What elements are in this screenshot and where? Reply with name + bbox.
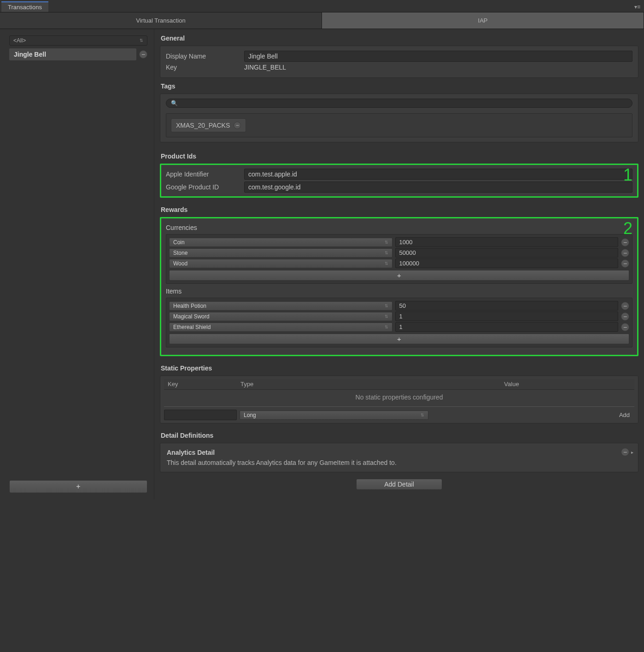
item-amount-input[interactable] [395, 322, 619, 332]
sidebar-filter-value: <All> [13, 37, 26, 44]
main-tabs: Virtual Transaction IAP [0, 12, 644, 29]
key-value: JINGLE_BELL [244, 64, 286, 71]
currency-amount-input[interactable] [395, 248, 619, 258]
add-item-button[interactable]: + [169, 334, 629, 344]
remove-item-button[interactable]: − [621, 323, 629, 331]
search-icon: 🔍 [171, 100, 178, 106]
rewards-highlight: 2 Currencies Coin⇅ − Stone⇅ − Wood⇅ [160, 217, 638, 356]
tab-virtual-transaction[interactable]: Virtual Transaction [0, 12, 322, 29]
highlight-number-1: 1 [623, 167, 632, 183]
remove-item-button[interactable]: − [621, 312, 629, 321]
static-properties-panel: Key Type Value No static properties conf… [160, 376, 638, 423]
currency-amount-input[interactable] [395, 258, 619, 268]
currency-select[interactable]: Stone⇅ [169, 248, 392, 258]
remove-sidebar-item-button[interactable]: − [139, 50, 147, 59]
sidebar-item-row: Jingle Bell − [9, 48, 147, 60]
general-heading: General [160, 33, 638, 43]
content-area: <All> ⇅ Jingle Bell − + General [0, 29, 644, 499]
product-ids-highlight: 1 Apple Identifier Google Product ID [160, 164, 638, 198]
detail-menu-icon[interactable]: ▸ [631, 450, 633, 455]
remove-currency-button[interactable]: − [621, 259, 629, 268]
remove-item-button[interactable]: − [621, 302, 629, 310]
sidebar: <All> ⇅ Jingle Bell − + [0, 29, 154, 499]
display-name-input[interactable] [244, 51, 632, 62]
google-id-input[interactable] [244, 182, 632, 193]
static-col-value: Value [392, 381, 631, 388]
title-bar: Transactions ▾≡ [0, 1, 644, 12]
chevron-updown-icon: ⇅ [385, 314, 388, 319]
item-select[interactable]: Health Potion⇅ [169, 301, 392, 311]
static-type-select[interactable]: Long ⇅ [240, 411, 428, 420]
analytics-detail-title: Analytics Detail [167, 449, 632, 456]
detail-definitions-heading: Detail Definitions [160, 430, 638, 440]
remove-currency-button[interactable]: − [621, 249, 629, 257]
add-static-property-button[interactable]: Add [615, 410, 634, 420]
rewards-heading: Rewards [160, 204, 638, 214]
currency-row: Coin⇅ − [169, 237, 629, 247]
sidebar-filter-select[interactable]: <All> ⇅ [9, 35, 147, 46]
remove-currency-button[interactable]: − [621, 238, 629, 247]
item-row: Health Potion⇅ − [169, 301, 629, 311]
chevron-updown-icon: ⇅ [385, 240, 388, 245]
static-col-type: Type [240, 381, 392, 388]
chevron-updown-icon: ⇅ [140, 38, 143, 43]
detail-definition-panel: − ▸ Analytics Detail This detail automat… [160, 443, 638, 472]
general-panel: Display Name Key JINGLE_BELL [160, 46, 638, 78]
analytics-detail-desc: This detail automatically tracks Analyti… [167, 459, 632, 466]
currency-select[interactable]: Coin⇅ [169, 238, 392, 247]
window-menu-icon[interactable]: ▾≡ [634, 4, 644, 10]
transactions-window: Transactions ▾≡ Virtual Transaction IAP … [0, 0, 644, 499]
add-detail-button[interactable]: Add Detail [356, 479, 442, 490]
static-properties-heading: Static Properties [160, 363, 638, 373]
currencies-heading: Currencies [166, 224, 632, 231]
details-panel: General Display Name Key JINGLE_BELL Tag… [154, 29, 644, 499]
items-list: Health Potion⇅ − Magical Sword⇅ − Ethere… [166, 298, 632, 347]
currencies-list: Coin⇅ − Stone⇅ − Wood⇅ − + [166, 234, 632, 284]
sidebar-item-jingle-bell[interactable]: Jingle Bell [9, 48, 136, 60]
apple-id-input[interactable] [244, 169, 632, 180]
chevron-updown-icon: ⇅ [385, 304, 388, 308]
static-properties-empty: No static properties configured [164, 390, 634, 405]
chevron-updown-icon: ⇅ [421, 413, 424, 417]
items-heading: Items [166, 288, 632, 295]
currency-row: Stone⇅ − [169, 248, 629, 258]
item-select[interactable]: Ethereal Shield⇅ [169, 323, 392, 332]
tags-heading: Tags [160, 81, 638, 91]
window-title-tab[interactable]: Transactions [1, 1, 48, 12]
chevron-updown-icon: ⇅ [385, 251, 388, 255]
remove-tag-button[interactable]: − [234, 122, 241, 129]
static-properties-header: Key Type Value [164, 379, 634, 390]
static-key-input[interactable] [164, 410, 237, 420]
currency-select[interactable]: Wood⇅ [169, 259, 392, 268]
apple-id-label: Apple Identifier [166, 170, 240, 178]
tag-chip[interactable]: XMAS_20_PACKS − [171, 118, 246, 132]
product-ids-heading: Product Ids [160, 151, 638, 161]
item-select[interactable]: Magical Sword⇅ [169, 312, 392, 321]
add-transaction-button[interactable]: + [9, 480, 147, 493]
tags-search-box[interactable]: 🔍 [166, 99, 632, 108]
item-row: Magical Sword⇅ − [169, 311, 629, 321]
chevron-updown-icon: ⇅ [385, 261, 388, 266]
tab-iap[interactable]: IAP [322, 12, 644, 29]
static-col-key: Key [168, 381, 240, 388]
item-row: Ethereal Shield⇅ − [169, 322, 629, 332]
tags-panel: 🔍 XMAS_20_PACKS − [160, 94, 638, 142]
remove-detail-button[interactable]: − [621, 448, 629, 456]
google-id-label: Google Product ID [166, 183, 240, 191]
currency-amount-input[interactable] [395, 237, 619, 247]
chevron-updown-icon: ⇅ [385, 325, 388, 329]
key-label: Key [166, 64, 240, 71]
item-amount-input[interactable] [395, 301, 619, 311]
static-properties-add-row: Long ⇅ Add [164, 406, 634, 420]
currency-row: Wood⇅ − [169, 258, 629, 268]
highlight-number-2: 2 [623, 220, 632, 237]
add-currency-button[interactable]: + [169, 270, 629, 281]
tag-chip-label: XMAS_20_PACKS [176, 122, 230, 129]
item-amount-input[interactable] [395, 311, 619, 321]
display-name-label: Display Name [166, 53, 240, 60]
